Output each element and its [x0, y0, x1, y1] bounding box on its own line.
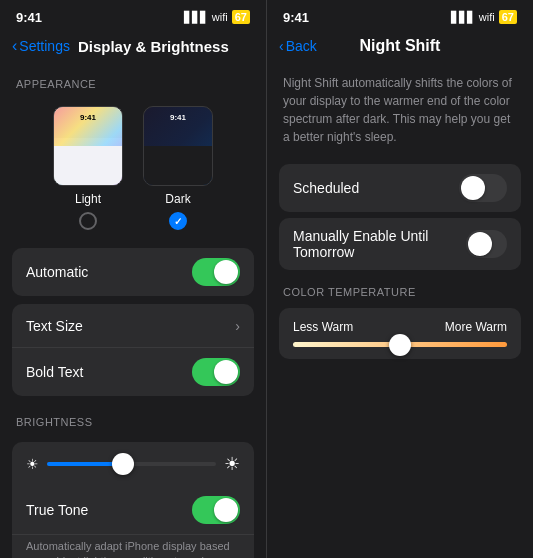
manually-group: Manually Enable Until Tomorrow [279, 218, 521, 270]
chevron-left-icon: ‹ [12, 37, 17, 55]
signal-icon-right: ▋▋▋ [451, 11, 475, 24]
light-screen [54, 146, 122, 185]
dark-screen [144, 146, 212, 185]
nav-bar-right: ‹ Back Night Shift [267, 30, 533, 66]
light-preview: 9:41 [53, 106, 123, 186]
true-tone-toggle[interactable] [192, 496, 240, 524]
left-panel: 9:41 ▋▋▋ wifi 67 ‹ Settings Display & Br… [0, 0, 266, 558]
light-label: Light [75, 192, 101, 206]
light-preview-time: 9:41 [80, 113, 96, 122]
back-button-left[interactable]: ‹ Settings [12, 37, 70, 55]
true-tone-toggle-thumb [214, 498, 238, 522]
color-temp-slider-track[interactable] [293, 342, 507, 347]
bold-text-label: Bold Text [26, 364, 83, 380]
brightness-group: ☀ ☀ True Tone Automatically adapt iPhone… [12, 442, 254, 558]
automatic-row[interactable]: Automatic [12, 248, 254, 296]
text-size-right: › [235, 318, 240, 334]
back-label-left: Settings [19, 38, 70, 54]
manually-toggle[interactable] [466, 230, 507, 258]
brightness-section-label: BRIGHTNESS [0, 404, 266, 434]
time-right: 9:41 [283, 10, 309, 25]
right-panel: 9:41 ▋▋▋ wifi 67 ‹ Back Night Shift Nigh… [266, 0, 533, 558]
text-group: Text Size › Bold Text [12, 304, 254, 396]
automatic-toggle-thumb [214, 260, 238, 284]
status-icons-left: ▋▋▋ wifi 67 [184, 10, 250, 24]
brightness-slider-track[interactable] [47, 462, 216, 466]
wifi-icon-right: wifi [479, 11, 495, 23]
page-title-left: Display & Brightness [78, 38, 229, 55]
status-bar-right: 9:41 ▋▋▋ wifi 67 [267, 0, 533, 30]
appearance-section-label: APPEARANCE [0, 66, 266, 96]
scheduled-row[interactable]: Scheduled [279, 164, 521, 212]
status-icons-right: ▋▋▋ wifi 67 [451, 10, 517, 24]
signal-icon: ▋▋▋ [184, 11, 208, 24]
less-warm-label: Less Warm [293, 320, 353, 334]
brightness-row[interactable]: ☀ ☀ [12, 442, 254, 486]
brightness-high-icon: ☀ [224, 453, 240, 475]
manually-label: Manually Enable Until Tomorrow [293, 228, 466, 260]
text-size-label: Text Size [26, 318, 83, 334]
text-size-row[interactable]: Text Size › [12, 304, 254, 348]
dark-mode-option[interactable]: 9:41 Dark [143, 106, 213, 230]
battery-badge-left: 67 [232, 10, 250, 24]
automatic-group: Automatic [12, 248, 254, 296]
nav-bar-left: ‹ Settings Display & Brightness [0, 30, 266, 66]
automatic-label: Automatic [26, 264, 88, 280]
scheduled-label: Scheduled [293, 180, 359, 196]
status-bar-left: 9:41 ▋▋▋ wifi 67 [0, 0, 266, 30]
bold-text-row[interactable]: Bold Text [12, 348, 254, 396]
scheduled-toggle[interactable] [459, 174, 507, 202]
text-size-arrow: › [235, 318, 240, 334]
light-mode-option[interactable]: 9:41 Light [53, 106, 123, 230]
battery-badge-right: 67 [499, 10, 517, 24]
color-temp-section: Less Warm More Warm [279, 308, 521, 359]
bold-text-toggle[interactable] [192, 358, 240, 386]
appearance-options: 9:41 Light 9:41 Dark [0, 96, 266, 240]
wifi-icon: wifi [212, 11, 228, 23]
manually-row[interactable]: Manually Enable Until Tomorrow [279, 218, 521, 270]
night-shift-description: Night Shift automatically shifts the col… [267, 66, 533, 158]
brightness-slider-thumb [112, 453, 134, 475]
dark-preview-time: 9:41 [170, 113, 186, 122]
scheduled-group: Scheduled [279, 164, 521, 212]
back-button-right[interactable]: ‹ Back [279, 38, 317, 54]
color-temp-thumb [389, 334, 411, 356]
color-temp-labels: Less Warm More Warm [293, 320, 507, 334]
color-temp-section-label: COLOR TEMPERATURE [267, 276, 533, 302]
back-label-right: Back [286, 38, 317, 54]
automatic-toggle[interactable] [192, 258, 240, 286]
light-radio[interactable] [79, 212, 97, 230]
time-left: 9:41 [16, 10, 42, 25]
chevron-back-icon: ‹ [279, 38, 284, 54]
true-tone-label: True Tone [26, 502, 88, 518]
dark-radio[interactable] [169, 212, 187, 230]
brightness-low-icon: ☀ [26, 456, 39, 472]
scheduled-toggle-thumb [461, 176, 485, 200]
true-tone-row[interactable]: True Tone [12, 486, 254, 535]
page-title-right: Night Shift [360, 37, 441, 55]
manually-toggle-thumb [468, 232, 492, 256]
dark-label: Dark [165, 192, 190, 206]
bold-text-toggle-thumb [214, 360, 238, 384]
dark-preview: 9:41 [143, 106, 213, 186]
true-tone-description: Automatically adapt iPhone display based… [12, 535, 254, 558]
more-warm-label: More Warm [445, 320, 507, 334]
